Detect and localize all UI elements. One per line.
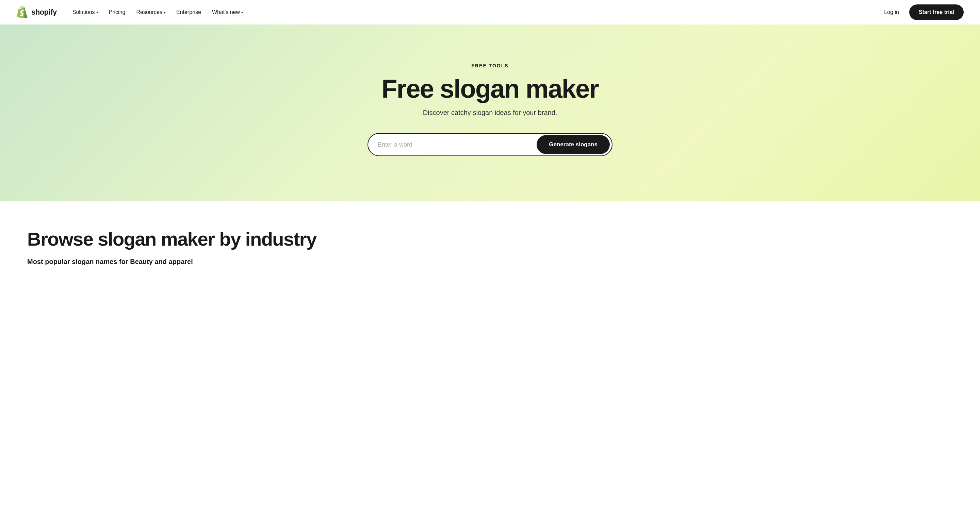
- nav-enterprise[interactable]: Enterprise: [172, 6, 206, 18]
- nav-pricing[interactable]: Pricing: [104, 6, 130, 18]
- generate-slogans-button[interactable]: Generate slogans: [537, 135, 610, 154]
- nav-whats-new[interactable]: What's new ▾: [207, 6, 248, 18]
- nav-resources[interactable]: Resources ▾: [131, 6, 170, 18]
- hero-title: Free slogan maker: [382, 75, 598, 102]
- shopify-logo-icon: [16, 6, 29, 18]
- nav-solutions[interactable]: Solutions ▾: [68, 6, 103, 18]
- solutions-chevron-icon: ▾: [96, 11, 98, 14]
- hero-subtitle: Discover catchy slogan ideas for your br…: [423, 109, 557, 117]
- hero-section: FREE TOOLS Free slogan maker Discover ca…: [0, 24, 980, 202]
- browse-section: Browse slogan maker by industry Most pop…: [0, 202, 980, 279]
- logo-link[interactable]: shopify: [16, 6, 57, 18]
- eyebrow-label: FREE TOOLS: [471, 63, 508, 68]
- slogan-search-form: Generate slogans: [368, 133, 612, 156]
- slogan-search-input[interactable]: [368, 134, 535, 156]
- whats-new-chevron-icon: ▾: [241, 11, 243, 14]
- login-link[interactable]: Log in: [879, 6, 904, 18]
- nav-links: Solutions ▾ Pricing Resources ▾ Enterpri…: [68, 6, 248, 18]
- popular-category-label: Most popular slogan names for Beauty and…: [27, 258, 953, 266]
- browse-title: Browse slogan maker by industry: [27, 229, 953, 250]
- logo-text: shopify: [31, 8, 57, 17]
- start-trial-button[interactable]: Start free trial: [909, 5, 964, 20]
- nav-left: shopify Solutions ▾ Pricing Resources ▾ …: [16, 6, 248, 18]
- main-nav: shopify Solutions ▾ Pricing Resources ▾ …: [0, 0, 980, 24]
- resources-chevron-icon: ▾: [164, 11, 165, 14]
- nav-right: Log in Start free trial: [879, 5, 964, 20]
